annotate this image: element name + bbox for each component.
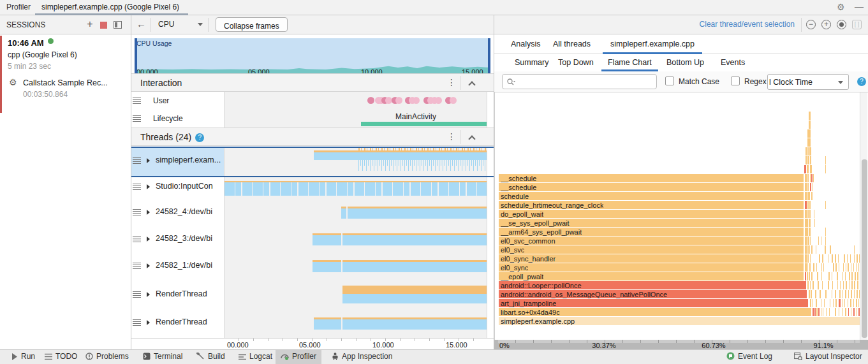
flame-fragment[interactable] [807, 183, 809, 191]
flame-fragment[interactable] [816, 299, 817, 307]
subtab-bottom-up[interactable]: Bottom Up [660, 54, 710, 71]
flame-fragment[interactable] [832, 290, 832, 298]
statusbar-event-log[interactable]: Event Log [721, 350, 777, 364]
flame-fragment[interactable] [857, 254, 858, 263]
flame-fragment[interactable] [828, 272, 829, 280]
flame-fragment[interactable] [805, 245, 807, 254]
statusbar-run[interactable]: Run [6, 350, 40, 364]
match-case-checkbox[interactable] [665, 76, 674, 85]
flame-fragment[interactable] [807, 138, 809, 147]
clock-type-select[interactable]: l Clock Time [767, 74, 849, 90]
flame-fragment[interactable] [853, 299, 855, 307]
flame-fragment[interactable] [813, 174, 814, 182]
expand-arrow-icon[interactable] [147, 320, 150, 325]
flame-fragment[interactable] [805, 237, 807, 245]
flame-fragment[interactable] [851, 290, 852, 298]
flame-frame[interactable]: __epoll_pwait [499, 272, 804, 280]
kebab-menu-icon[interactable]: ⋮ [447, 131, 456, 142]
flame-fragment[interactable] [810, 254, 811, 263]
flame-fragment[interactable] [809, 112, 810, 120]
flame-fragment[interactable] [809, 263, 811, 272]
flame-fragment[interactable] [837, 272, 838, 280]
flame-fragment[interactable] [832, 254, 833, 263]
flame-fragment[interactable] [807, 245, 809, 254]
flame-fragment[interactable] [809, 228, 810, 236]
flame-fragment[interactable] [807, 254, 809, 263]
scrollbar-thumb[interactable] [862, 159, 867, 338]
expand-arrow-icon[interactable] [147, 263, 150, 268]
flame-fragment[interactable] [822, 281, 823, 289]
stop-recording-icon[interactable] [100, 22, 107, 29]
flame-fragment[interactable] [805, 156, 807, 164]
flame-fragment[interactable] [805, 272, 806, 280]
flame-fragment[interactable] [809, 290, 810, 298]
flame-fragment[interactable] [832, 272, 832, 280]
flame-fragment[interactable] [814, 308, 816, 316]
flame-fragment[interactable] [813, 281, 814, 289]
statusbar-app-inspection[interactable]: App Inspection [327, 350, 397, 364]
flame-fragment[interactable] [817, 272, 818, 280]
flame-fragment[interactable] [810, 183, 811, 191]
flame-fragment[interactable] [805, 201, 807, 209]
range-handle-left[interactable] [135, 38, 137, 77]
flame-fragment[interactable] [854, 245, 855, 254]
flame-fragment[interactable] [826, 308, 827, 316]
flame-fragment[interactable] [844, 254, 845, 263]
flame-fragment[interactable] [825, 228, 826, 236]
flame-fragment[interactable] [810, 281, 811, 289]
flame-fragment[interactable] [851, 308, 851, 316]
flame-fragment[interactable] [811, 174, 813, 182]
flame-frame[interactable]: libart.so+0x4da49c [499, 308, 811, 316]
thread-row[interactable]: 24582_4:/dev/bi [131, 201, 494, 228]
flame-fragment[interactable] [856, 299, 857, 307]
cpu-usage-minichart[interactable]: CPU Usage 00.00005.00010.00015.000 [135, 38, 490, 77]
flame-fragment[interactable] [848, 290, 849, 298]
flame-fragment[interactable] [851, 281, 853, 289]
flame-fragment[interactable] [830, 245, 830, 254]
flame-fragment[interactable] [851, 272, 852, 280]
settings-gear-icon[interactable]: ⚙ [837, 2, 845, 12]
expand-arrow-icon[interactable] [147, 184, 150, 189]
tab-all-threads[interactable]: All threads [545, 34, 598, 54]
flame-fragment[interactable] [809, 147, 811, 156]
flame-fragment[interactable] [839, 308, 839, 316]
flame-fragment[interactable] [825, 156, 826, 164]
flame-fragment[interactable] [814, 219, 815, 227]
flame-fragment[interactable] [835, 263, 837, 272]
flame-fragment[interactable] [825, 290, 827, 298]
flame-frame[interactable]: __schedule [499, 183, 804, 191]
flame-fragment[interactable] [809, 210, 811, 218]
flame-fragment[interactable] [818, 237, 820, 245]
expand-arrow-icon[interactable] [147, 158, 150, 163]
flame-fragment[interactable] [807, 237, 809, 245]
flame-fragment[interactable] [842, 290, 843, 298]
thread-row[interactable]: 24582_1:/dev/bi [131, 255, 494, 282]
session-time[interactable]: 10:46 AM [8, 38, 44, 48]
flame-fragment[interactable] [809, 272, 810, 280]
flame-fragment[interactable] [813, 183, 814, 191]
flame-chart[interactable]: __schedule__schedulescheduleschedule_hrt… [494, 92, 868, 340]
flame-fragment[interactable] [848, 299, 848, 307]
flame-fragment[interactable] [810, 299, 811, 307]
kebab-menu-icon[interactable]: ⋮ [447, 77, 456, 87]
thread-row[interactable]: RenderThread [131, 312, 494, 338]
flame-frame[interactable]: simpleperf.example.cpp [499, 317, 860, 325]
collapse-frames-button[interactable]: Collapse frames [216, 17, 288, 32]
tab-simpleperf-example-cpp[interactable]: simpleperf.example.cpp [603, 34, 702, 54]
threads-section-header[interactable]: Threads (24)? ⋮ [131, 127, 494, 146]
flame-fragment[interactable] [839, 263, 839, 272]
flame-frame[interactable]: android::android_os_MessageQueue_nativeP… [499, 290, 807, 298]
subtab-flame-chart[interactable]: Flame Chart [601, 54, 658, 71]
flame-fragment[interactable] [844, 299, 845, 307]
flame-fragment[interactable] [809, 120, 810, 129]
regex-checkbox[interactable] [731, 76, 740, 85]
statusbar-todo[interactable]: TODO [40, 350, 82, 364]
flame-fragment[interactable] [807, 174, 809, 182]
flame-fragment[interactable] [816, 245, 816, 254]
flame-frame[interactable]: schedule_hrtimeout_range_clock [499, 201, 804, 209]
flame-frame[interactable]: art_jni_trampoline [499, 299, 808, 307]
statusbar-layout-inspector[interactable]: Layout Inspector [789, 350, 867, 364]
flame-fragment[interactable] [829, 308, 830, 316]
interaction-lifecycle-row[interactable]: Lifecycle MainActivity [131, 110, 494, 127]
add-session-icon[interactable]: + [85, 20, 95, 30]
